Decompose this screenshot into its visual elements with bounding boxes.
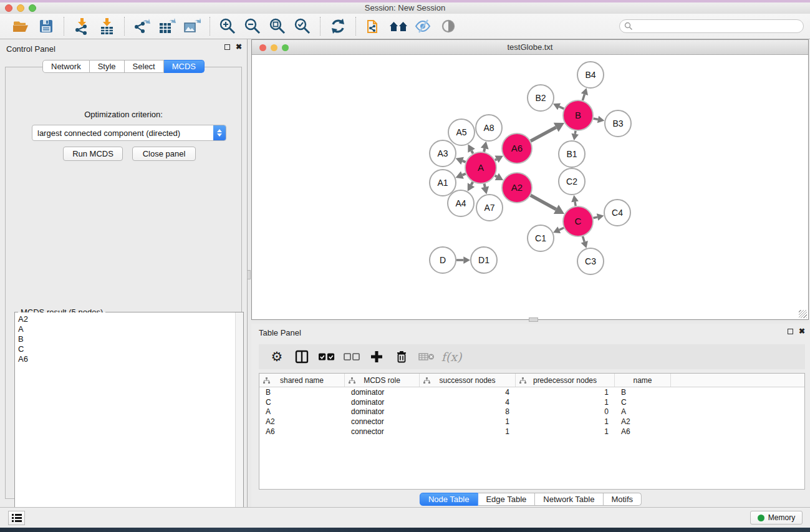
edge-B-B2[interactable]	[559, 107, 564, 109]
close-panel-button[interactable]: Close panel	[132, 147, 196, 161]
panel-splitter-handle[interactable]	[247, 270, 251, 279]
float-panel-icon[interactable]	[788, 329, 793, 334]
view-splitter-handle[interactable]	[529, 317, 538, 322]
edge-A-A6[interactable]	[495, 159, 497, 160]
toolbar-separator	[124, 17, 125, 36]
add-column-button[interactable]	[369, 349, 385, 365]
tab-network[interactable]: Network	[42, 60, 90, 73]
export-table-button[interactable]	[157, 16, 178, 36]
edge-A6-B[interactable]	[531, 127, 556, 141]
import-table-button[interactable]	[96, 16, 117, 36]
edge-A2-C[interactable]	[531, 195, 556, 210]
edge-B-B3[interactable]	[593, 118, 597, 120]
table-cell: 8	[420, 407, 516, 416]
zoom-in-button[interactable]	[217, 16, 238, 36]
function-builder-button[interactable]: f(x)	[443, 349, 460, 365]
result-item[interactable]: C	[15, 344, 243, 354]
table-cell: 1	[516, 417, 615, 426]
column-header-successor-nodes[interactable]: successor nodes	[420, 374, 516, 387]
close-panel-icon[interactable]: ✖	[236, 44, 242, 51]
export-network-button[interactable]	[132, 16, 153, 36]
column-header-shared-name[interactable]: shared name	[259, 374, 345, 387]
table-options-button[interactable]: ⚙	[269, 349, 285, 365]
eye-icon	[440, 19, 456, 34]
task-history-button[interactable]	[8, 511, 25, 525]
table-cell: 4	[420, 398, 516, 407]
table-row[interactable]: Bdominator41B	[259, 387, 804, 397]
edge-A-A1[interactable]	[462, 174, 465, 175]
result-item[interactable]: A2	[15, 314, 243, 324]
run-mcds-button[interactable]: Run MCDS	[63, 147, 123, 161]
result-item[interactable]: A6	[15, 354, 243, 364]
zoom-fit-button[interactable]	[267, 16, 288, 36]
save-floppy-icon	[39, 19, 54, 34]
table-cell: dominator	[345, 407, 420, 416]
tab-network-table[interactable]: Network Table	[535, 493, 603, 506]
zoom-selected-button[interactable]	[292, 16, 313, 36]
search-input[interactable]	[633, 21, 803, 32]
node-label-B2: B2	[535, 93, 546, 103]
edge-C-C2[interactable]	[575, 201, 576, 206]
main-toolbar	[0, 14, 810, 39]
network-canvas[interactable]: AA1A2A3A4A5A6A7A8BB1B2B3B4CC1C2C3C4DD1	[252, 55, 808, 319]
deselect-all-button[interactable]	[344, 349, 360, 365]
column-header-name[interactable]: name	[615, 374, 671, 387]
float-panel-icon[interactable]	[224, 44, 230, 50]
edge-A-A5[interactable]	[471, 151, 473, 153]
export-image-button[interactable]	[181, 16, 203, 36]
edge-A-A3[interactable]	[463, 161, 466, 162]
hide-selected-button[interactable]	[413, 16, 434, 36]
tab-node-table[interactable]: Node Table	[420, 493, 478, 506]
refresh-icon	[330, 18, 346, 34]
table-row[interactable]: A6connector11A6	[259, 427, 804, 437]
node-table[interactable]: shared nameMCDS rolesuccessor nodesprede…	[259, 373, 805, 490]
search-box[interactable]	[619, 19, 804, 33]
tab-edge-table[interactable]: Edge Table	[478, 493, 535, 506]
edge-B-B1[interactable]	[575, 131, 576, 134]
show-hidden-button[interactable]	[438, 16, 459, 36]
optimization-criterion-label: Optimization criterion:	[6, 110, 241, 119]
edge-A-A7[interactable]	[485, 183, 485, 187]
edge-C-C4[interactable]	[593, 217, 597, 218]
window-resize-grip[interactable]	[799, 310, 807, 318]
node-label-A3: A3	[437, 148, 448, 158]
table-cell: B	[259, 388, 345, 397]
select-all-button[interactable]	[319, 349, 335, 365]
tab-mcds[interactable]: MCDS	[164, 60, 205, 73]
table-row[interactable]: A2connector11A2	[259, 417, 804, 427]
criterion-select[interactable]: largest connected component (directed)	[32, 125, 226, 141]
table-row[interactable]: Cdominator41C	[259, 397, 804, 407]
delete-column-button[interactable]	[393, 349, 410, 365]
column-header-mcds-role[interactable]: MCDS role	[345, 374, 420, 387]
home-button[interactable]	[388, 16, 409, 36]
edge-A-A2[interactable]	[495, 176, 497, 177]
zoom-out-button[interactable]	[242, 16, 263, 36]
tab-motifs[interactable]: Motifs	[603, 493, 642, 506]
task-list-icon	[12, 513, 22, 523]
node-label-C1: C1	[535, 233, 546, 243]
table-header-row: shared nameMCDS rolesuccessor nodesprede…	[259, 374, 804, 387]
edge-C-C1[interactable]	[559, 228, 564, 230]
edge-A-A4[interactable]	[471, 182, 473, 185]
tab-select[interactable]: Select	[125, 60, 164, 73]
show-column-button[interactable]	[294, 349, 310, 365]
result-item[interactable]: A	[15, 324, 243, 334]
checked-boxes-icon	[319, 352, 335, 361]
mcds-result-list[interactable]: A2ABCA6	[15, 312, 243, 526]
table-row[interactable]: Adominator80A	[259, 407, 804, 417]
result-list-scrollbar[interactable]	[235, 312, 243, 526]
tab-style[interactable]: Style	[90, 60, 125, 73]
refresh-layout-button[interactable]	[327, 16, 349, 36]
result-item[interactable]: B	[15, 334, 243, 344]
save-session-button[interactable]	[36, 16, 57, 36]
delete-table-button[interactable]	[418, 349, 435, 365]
edge-B-B4[interactable]	[582, 94, 584, 100]
close-panel-icon[interactable]: ✖	[799, 328, 805, 335]
clone-network-button[interactable]	[363, 16, 384, 36]
column-header-predecessor-nodes[interactable]: predecessor nodes	[516, 374, 615, 387]
import-network-button[interactable]	[71, 16, 92, 36]
open-session-button[interactable]	[11, 16, 32, 36]
edge-C-C3[interactable]	[582, 236, 584, 242]
memory-button[interactable]: Memory	[750, 511, 803, 525]
edge-A-A8[interactable]	[484, 148, 485, 152]
